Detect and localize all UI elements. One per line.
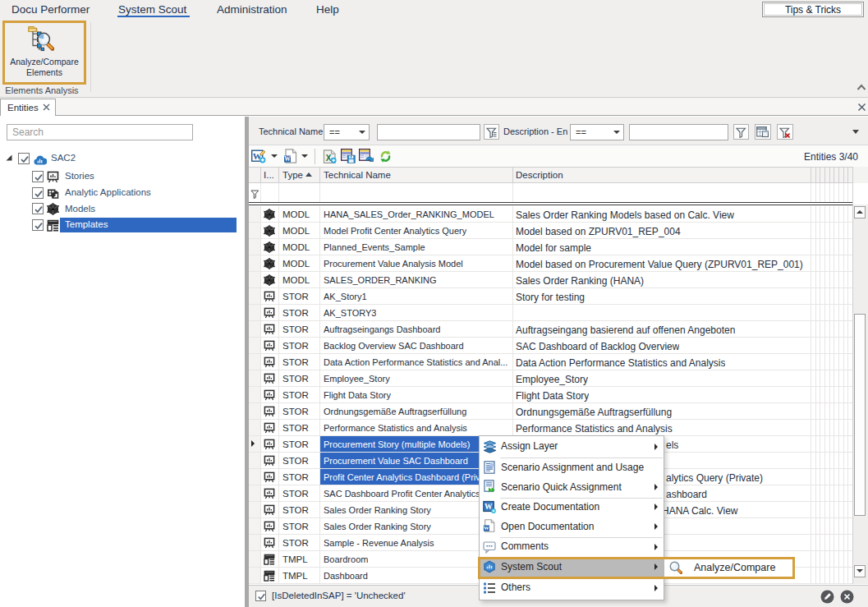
svg-text:X: X xyxy=(326,154,332,163)
svg-text:W: W xyxy=(484,525,489,531)
svg-text:W: W xyxy=(284,155,291,163)
